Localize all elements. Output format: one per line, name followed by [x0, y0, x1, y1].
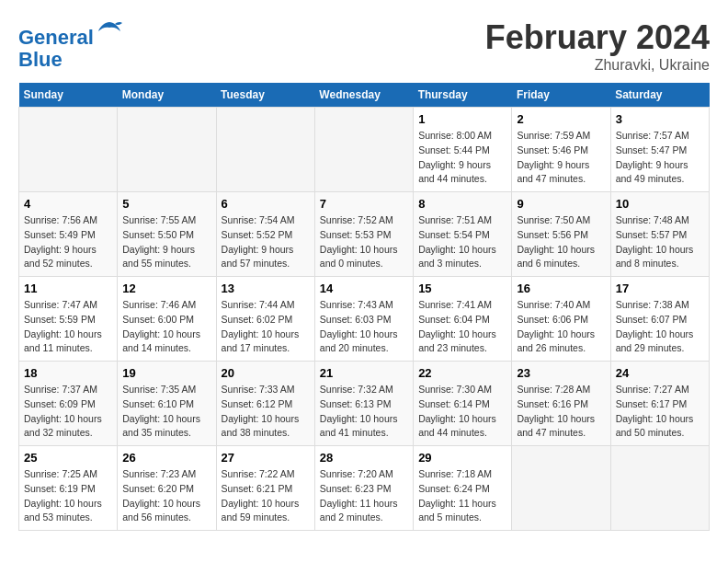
- calendar-header: SundayMondayTuesdayWednesdayThursdayFrid…: [19, 83, 710, 108]
- day-info: Sunrise: 7:51 AMSunset: 5:54 PMDaylight:…: [418, 213, 506, 271]
- header-cell-monday: Monday: [118, 83, 216, 108]
- week-row-1: 4Sunrise: 7:56 AMSunset: 5:49 PMDaylight…: [19, 192, 710, 277]
- day-info: Sunrise: 7:30 AMSunset: 6:14 PMDaylight:…: [418, 383, 506, 441]
- page-header: General Blue February 2024 Zhuravki, Ukr…: [18, 18, 710, 74]
- calendar-cell: 24Sunrise: 7:27 AMSunset: 6:17 PMDayligh…: [610, 362, 709, 446]
- header-cell-saturday: Saturday: [610, 83, 709, 108]
- day-info: Sunrise: 7:27 AMSunset: 6:17 PMDaylight:…: [616, 383, 704, 441]
- calendar-cell: [610, 446, 709, 531]
- day-number: 16: [517, 282, 605, 295]
- day-info: Sunrise: 7:25 AMSunset: 6:19 PMDaylight:…: [24, 467, 112, 525]
- logo-line2: Blue: [18, 48, 63, 71]
- day-info: Sunrise: 7:56 AMSunset: 5:49 PMDaylight:…: [24, 213, 112, 271]
- day-info: Sunrise: 7:33 AMSunset: 6:12 PMDaylight:…: [222, 383, 310, 441]
- day-info: Sunrise: 7:57 AMSunset: 5:47 PMDaylight:…: [616, 129, 704, 187]
- day-number: 15: [418, 282, 506, 295]
- day-info: Sunrise: 7:46 AMSunset: 6:00 PMDaylight:…: [122, 298, 210, 356]
- week-row-2: 11Sunrise: 7:47 AMSunset: 5:59 PMDayligh…: [19, 277, 710, 362]
- day-info: Sunrise: 7:59 AMSunset: 5:46 PMDaylight:…: [517, 129, 605, 187]
- week-row-3: 18Sunrise: 7:37 AMSunset: 6:09 PMDayligh…: [19, 362, 710, 446]
- day-info: Sunrise: 7:55 AMSunset: 5:50 PMDaylight:…: [122, 213, 210, 271]
- main-title: February 2024: [485, 18, 710, 57]
- day-number: 1: [418, 112, 506, 126]
- calendar-cell: [216, 108, 314, 192]
- day-number: 17: [616, 282, 704, 295]
- day-info: Sunrise: 7:54 AMSunset: 5:52 PMDaylight:…: [222, 213, 310, 271]
- calendar-cell: 1Sunrise: 8:00 AMSunset: 5:44 PMDaylight…: [414, 108, 512, 192]
- day-info: Sunrise: 7:23 AMSunset: 6:20 PMDaylight:…: [122, 467, 210, 525]
- day-info: Sunrise: 7:50 AMSunset: 5:56 PMDaylight:…: [517, 213, 605, 271]
- day-number: 12: [122, 282, 210, 295]
- calendar-cell: [118, 108, 216, 192]
- calendar-cell: [512, 446, 610, 531]
- calendar-cell: 14Sunrise: 7:43 AMSunset: 6:03 PMDayligh…: [314, 277, 413, 362]
- day-info: Sunrise: 7:52 AMSunset: 5:53 PMDaylight:…: [320, 213, 408, 271]
- day-number: 26: [122, 451, 210, 465]
- day-number: 4: [24, 197, 112, 211]
- logo-bird-icon: [97, 18, 122, 44]
- calendar-cell: 9Sunrise: 7:50 AMSunset: 5:56 PMDaylight…: [512, 192, 610, 277]
- day-number: 2: [517, 112, 605, 126]
- calendar-cell: 12Sunrise: 7:46 AMSunset: 6:00 PMDayligh…: [118, 277, 216, 362]
- day-number: 11: [24, 282, 112, 295]
- header-cell-wednesday: Wednesday: [314, 83, 413, 108]
- week-row-4: 25Sunrise: 7:25 AMSunset: 6:19 PMDayligh…: [19, 446, 710, 531]
- day-info: Sunrise: 7:43 AMSunset: 6:03 PMDaylight:…: [320, 298, 408, 356]
- calendar-cell: 17Sunrise: 7:38 AMSunset: 6:07 PMDayligh…: [610, 277, 709, 362]
- logo-text: General: [18, 18, 122, 49]
- calendar-cell: 7Sunrise: 7:52 AMSunset: 5:53 PMDaylight…: [314, 192, 413, 277]
- day-number: 27: [222, 451, 310, 465]
- day-number: 21: [320, 366, 408, 380]
- calendar-cell: 3Sunrise: 7:57 AMSunset: 5:47 PMDaylight…: [610, 108, 709, 192]
- day-number: 10: [616, 197, 704, 211]
- day-info: Sunrise: 7:32 AMSunset: 6:13 PMDaylight:…: [320, 383, 408, 441]
- title-block: February 2024 Zhuravki, Ukraine: [485, 18, 710, 74]
- calendar-cell: 5Sunrise: 7:55 AMSunset: 5:50 PMDaylight…: [118, 192, 216, 277]
- week-row-0: 1Sunrise: 8:00 AMSunset: 5:44 PMDaylight…: [19, 108, 710, 192]
- calendar-cell: 15Sunrise: 7:41 AMSunset: 6:04 PMDayligh…: [414, 277, 512, 362]
- calendar-cell: [314, 108, 413, 192]
- calendar-cell: 20Sunrise: 7:33 AMSunset: 6:12 PMDayligh…: [216, 362, 314, 446]
- day-info: Sunrise: 7:40 AMSunset: 6:06 PMDaylight:…: [517, 298, 605, 356]
- logo-line2-text: Blue: [18, 49, 122, 71]
- day-number: 29: [418, 451, 506, 465]
- day-number: 13: [222, 282, 310, 295]
- day-info: Sunrise: 7:22 AMSunset: 6:21 PMDaylight:…: [222, 467, 310, 525]
- calendar-cell: 22Sunrise: 7:30 AMSunset: 6:14 PMDayligh…: [414, 362, 512, 446]
- header-cell-sunday: Sunday: [19, 83, 118, 108]
- day-number: 7: [320, 197, 408, 211]
- day-number: 9: [517, 197, 605, 211]
- calendar-table: SundayMondayTuesdayWednesdayThursdayFrid…: [18, 83, 710, 531]
- logo: General Blue: [18, 18, 122, 71]
- header-cell-tuesday: Tuesday: [216, 83, 314, 108]
- header-row: SundayMondayTuesdayWednesdayThursdayFrid…: [19, 83, 710, 108]
- calendar-cell: 8Sunrise: 7:51 AMSunset: 5:54 PMDaylight…: [414, 192, 512, 277]
- day-info: Sunrise: 7:41 AMSunset: 6:04 PMDaylight:…: [418, 298, 506, 356]
- header-cell-thursday: Thursday: [414, 83, 512, 108]
- day-number: 14: [320, 282, 408, 295]
- day-info: Sunrise: 7:48 AMSunset: 5:57 PMDaylight:…: [616, 213, 704, 271]
- calendar-cell: 29Sunrise: 7:18 AMSunset: 6:24 PMDayligh…: [414, 446, 512, 531]
- day-info: Sunrise: 7:47 AMSunset: 5:59 PMDaylight:…: [24, 298, 112, 356]
- day-number: 20: [222, 366, 310, 380]
- calendar-cell: 28Sunrise: 7:20 AMSunset: 6:23 PMDayligh…: [314, 446, 413, 531]
- day-number: 6: [222, 197, 310, 211]
- calendar-cell: 23Sunrise: 7:28 AMSunset: 6:16 PMDayligh…: [512, 362, 610, 446]
- day-number: 28: [320, 451, 408, 465]
- calendar-cell: 6Sunrise: 7:54 AMSunset: 5:52 PMDaylight…: [216, 192, 314, 277]
- calendar-cell: 25Sunrise: 7:25 AMSunset: 6:19 PMDayligh…: [19, 446, 118, 531]
- day-info: Sunrise: 7:37 AMSunset: 6:09 PMDaylight:…: [24, 383, 112, 441]
- day-info: Sunrise: 7:28 AMSunset: 6:16 PMDaylight:…: [517, 383, 605, 441]
- calendar-body: 1Sunrise: 8:00 AMSunset: 5:44 PMDaylight…: [19, 108, 710, 531]
- day-number: 8: [418, 197, 506, 211]
- calendar-cell: 13Sunrise: 7:44 AMSunset: 6:02 PMDayligh…: [216, 277, 314, 362]
- calendar-cell: 27Sunrise: 7:22 AMSunset: 6:21 PMDayligh…: [216, 446, 314, 531]
- day-info: Sunrise: 7:44 AMSunset: 6:02 PMDaylight:…: [222, 298, 310, 356]
- day-number: 23: [517, 366, 605, 380]
- calendar-cell: 21Sunrise: 7:32 AMSunset: 6:13 PMDayligh…: [314, 362, 413, 446]
- logo-line1: General: [18, 26, 94, 49]
- day-number: 19: [122, 366, 210, 380]
- day-info: Sunrise: 7:38 AMSunset: 6:07 PMDaylight:…: [616, 298, 704, 356]
- calendar-cell: 4Sunrise: 7:56 AMSunset: 5:49 PMDaylight…: [19, 192, 118, 277]
- subtitle: Zhuravki, Ukraine: [485, 57, 710, 74]
